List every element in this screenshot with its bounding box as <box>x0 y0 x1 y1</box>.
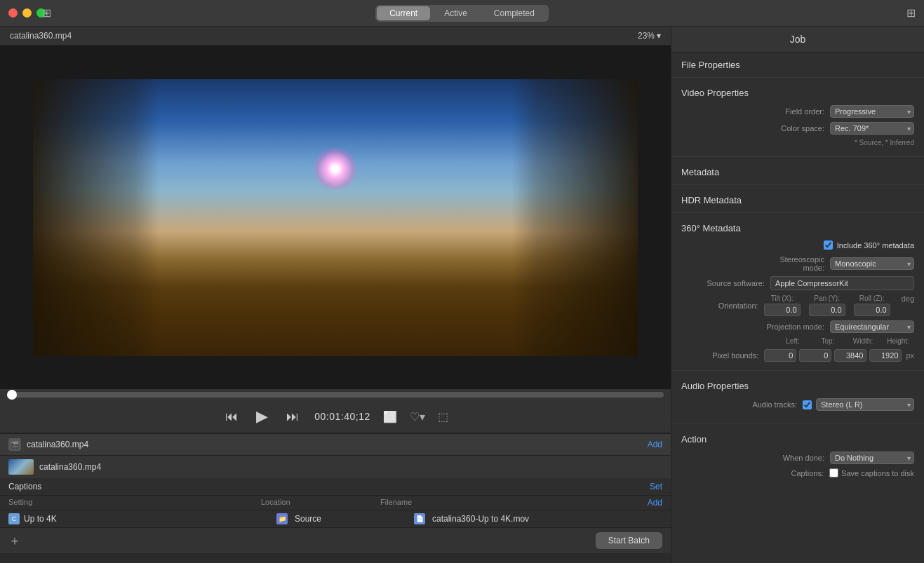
when-done-row: When done: Do Nothing <box>681 452 914 464</box>
tab-completed[interactable]: Completed <box>481 6 547 20</box>
captions-save-row: Captions: Save captions to disk <box>681 468 914 477</box>
section-metadata: Metadata <box>671 160 924 182</box>
tilt-input[interactable] <box>764 304 801 316</box>
orientation-axes-labels: Orientation: Tilt (X): Pan (Y): Roll (Z)… <box>681 294 914 316</box>
caption-file-icon: 📄 <box>414 513 425 524</box>
roll-group: Roll (Z): <box>854 294 890 316</box>
audio-properties-content: Audio tracks: Stereo (L R) <box>671 395 924 421</box>
when-done-select[interactable]: Do Nothing <box>830 452 914 464</box>
pan-input[interactable] <box>809 304 845 316</box>
save-captions-checkbox[interactable] <box>829 468 838 477</box>
right-panel: Job File Properties Video Properties Fie… <box>671 27 924 563</box>
bottom-bar: ＋ Start Batch <box>0 527 671 553</box>
pan-axis-label: Pan (Y): <box>814 294 840 302</box>
source-software-input[interactable] <box>770 276 914 290</box>
main-layout: catalina360.mp4 23% ▾ ⏮ <box>0 27 924 563</box>
stereoscopic-select[interactable]: Monoscopic <box>830 257 914 270</box>
section-file-properties: File Properties <box>671 53 924 74</box>
pixel-bounds-col-labels: Left: Top: Width: Height: <box>681 337 914 345</box>
audio-tracks-select[interactable]: Stereo (L R) <box>816 398 914 411</box>
video-preview <box>0 46 671 389</box>
job-filename: catalina360.mp4 <box>27 440 88 449</box>
caption-filename: catalina360-Up to 4K.mov <box>432 514 662 524</box>
section-360-metadata: 360° Metadata <box>671 216 924 238</box>
include-360-checkbox[interactable] <box>824 240 833 250</box>
tab-group: Current Active Completed <box>375 5 549 22</box>
skip-forward-button[interactable]: ⏭ <box>283 408 302 426</box>
source-software-label: Source software: <box>707 279 765 287</box>
tab-current[interactable]: Current <box>377 6 430 20</box>
window-controls <box>8 8 46 18</box>
zoom-chevron-icon: ▾ <box>657 31 661 41</box>
section-hdr-metadata: HDR Metadata <box>671 188 924 210</box>
tilt-axis-label: Tilt (X): <box>771 294 794 302</box>
close-button[interactable] <box>8 8 18 18</box>
stereoscopic-label: Stereoscopicmode: <box>779 255 824 272</box>
captions-set-button[interactable]: Set <box>650 482 662 491</box>
sidebar-toggle-icon[interactable]: ⊞ <box>42 6 51 20</box>
captions-add-button[interactable]: Add <box>648 498 662 508</box>
bounds-left-input[interactable] <box>764 349 796 362</box>
annotation-icon[interactable]: ♡▾ <box>410 410 425 423</box>
roll-axis-label: Roll (Z): <box>859 294 885 302</box>
bounds-height-input[interactable] <box>869 349 902 362</box>
col-setting-label: Setting <box>8 498 261 508</box>
add-item-button[interactable]: ＋ <box>8 532 21 549</box>
caption-location: Source <box>295 514 414 524</box>
bounds-top-input[interactable] <box>799 349 831 362</box>
field-order-select-wrap: Progressive <box>830 105 914 118</box>
bounds-width-input[interactable] <box>834 349 866 362</box>
caption-icon[interactable]: ⬚ <box>438 410 448 423</box>
projection-label: Projection mode: <box>766 323 824 331</box>
field-order-row: Field order: Progressive <box>681 105 914 118</box>
job-add-button[interactable]: Add <box>648 440 662 449</box>
include-360-row: Include 360° metadata <box>681 240 914 250</box>
360-metadata-content: Include 360° metadata Stereoscopicmode: … <box>671 238 924 367</box>
scrubber-track[interactable] <box>7 392 664 398</box>
video-background <box>33 79 638 356</box>
when-done-select-wrap: Do Nothing <box>830 452 914 464</box>
zoom-value: 23% <box>638 31 655 41</box>
color-space-select[interactable]: Rec. 709* <box>830 122 914 135</box>
audio-select-wrap: Stereo (L R) <box>816 398 914 411</box>
section-action: Action <box>671 427 924 449</box>
captions-header: Captions Set <box>0 478 671 496</box>
scrubber-thumb[interactable] <box>7 390 17 400</box>
deg-label: deg <box>902 294 914 316</box>
col-filename-label: Filename <box>380 498 648 508</box>
color-space-label: Color space: <box>781 124 824 133</box>
caption-row: C Up to 4K 📁 Source 📄 catalina360-Up to … <box>0 510 671 527</box>
col-height-label: Height: <box>882 337 914 345</box>
start-batch-button[interactable]: Start Batch <box>596 532 662 549</box>
color-space-select-wrap: Rec. 709* <box>830 122 914 135</box>
job-list-header: 🎬 catalina360.mp4 Add <box>0 434 671 456</box>
projection-select[interactable]: Equirectangular <box>830 320 914 333</box>
play-button[interactable]: ▶ <box>253 406 271 427</box>
job-sub-filename: catalina360.mp4 <box>39 462 101 472</box>
title-bar: ⊞ Current Active Completed ⊞ <box>0 0 924 27</box>
share-icon[interactable]: ⊞ <box>906 6 916 20</box>
sun-glow <box>314 148 356 190</box>
captions-action-label: Captions: <box>791 469 824 477</box>
px-label: px <box>906 351 914 360</box>
job-list-title: 🎬 catalina360.mp4 <box>8 438 88 451</box>
section-audio-properties: Audio Properties <box>671 374 924 395</box>
roll-input[interactable] <box>854 304 890 316</box>
right-panel-title: Job <box>671 27 924 53</box>
tab-active[interactable]: Active <box>431 6 480 20</box>
pixel-bounds-row: Pixel bounds: px <box>681 349 914 362</box>
source-software-row: Source software: <box>681 276 914 290</box>
field-order-select[interactable]: Progressive <box>830 105 914 118</box>
skip-back-button[interactable]: ⏮ <box>222 408 241 426</box>
captions-columns: Setting Location Filename Add <box>0 496 671 510</box>
audio-tracks-row: Audio tracks: Stereo (L R) <box>681 398 914 411</box>
audio-tracks-checkbox[interactable] <box>803 400 812 409</box>
tree-overlay-left <box>33 79 159 356</box>
view-mode-icon[interactable]: ⬜ <box>383 410 397 423</box>
zoom-control[interactable]: 23% ▾ <box>638 31 661 41</box>
pixel-bounds-inputs: px <box>764 349 914 362</box>
file-icon: 🎬 <box>8 438 21 451</box>
video-canvas <box>33 79 638 356</box>
scrubber-bar[interactable] <box>0 389 671 400</box>
minimize-button[interactable] <box>22 8 32 18</box>
